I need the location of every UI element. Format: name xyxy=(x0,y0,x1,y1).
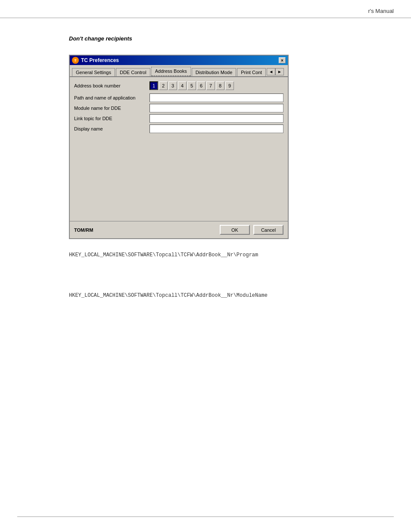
tab-distribution-mode[interactable]: Distribution Mode xyxy=(192,68,237,76)
tab-address-books[interactable]: Address Books xyxy=(151,67,191,76)
dialog-tabs: General Settings DDE Control Address Boo… xyxy=(70,65,288,77)
page-header-title: r's Manual xyxy=(368,8,394,14)
addr-book-row: Address book number 1 2 3 4 5 6 7 8 9 xyxy=(74,81,283,90)
field-label-link-topic: Link topic for DDE xyxy=(74,116,149,121)
tab-print-cont[interactable]: Print Cont xyxy=(237,68,266,76)
addr-book-num-8[interactable]: 8 xyxy=(216,81,224,90)
dialog-title: TC Preferences xyxy=(81,57,119,63)
content-area: Don't change recipients T TC Preferences xyxy=(0,18,411,324)
field-row-link-topic: Link topic for DDE xyxy=(74,114,283,123)
tc-preferences-dialog: T TC Preferences × General Settings DDE … xyxy=(69,55,289,239)
page: r's Manual Don't change recipients T xyxy=(0,0,411,532)
tab-dde-control[interactable]: DDE Control xyxy=(116,68,150,76)
addr-book-num-5[interactable]: 5 xyxy=(187,81,196,90)
registry-key-2: HKEY_LOCAL_MACHINE\SOFTWARE\Topcall\TCFW… xyxy=(69,292,377,299)
addr-book-num-2[interactable]: 2 xyxy=(159,81,168,90)
registry-key-1: HKEY_LOCAL_MACHINE\SOFTWARE\Topcall\TCFW… xyxy=(69,252,377,258)
dialog-titlebar: T TC Preferences × xyxy=(70,56,288,65)
tab-scroll-prev[interactable]: ◄ xyxy=(267,68,275,75)
spacer xyxy=(69,267,377,284)
page-footer xyxy=(17,516,394,519)
tab-scroll-next[interactable]: ► xyxy=(275,68,284,75)
field-label-path: Path and name of application xyxy=(74,95,149,100)
dialog-icon: T xyxy=(72,57,79,64)
footer-label: TOM/RM xyxy=(74,227,93,233)
field-row-module: Module name for DDE xyxy=(74,104,283,112)
dialog-body: Address book number 1 2 3 4 5 6 7 8 9 xyxy=(70,77,288,217)
close-button[interactable]: × xyxy=(279,57,286,63)
bold-italic-text: Don't change recipients xyxy=(69,35,377,42)
addr-book-num-7[interactable]: 7 xyxy=(206,81,215,90)
field-label-module: Module name for DDE xyxy=(74,106,149,111)
addr-book-num-9[interactable]: 9 xyxy=(225,81,234,90)
field-input-module[interactable] xyxy=(149,104,283,112)
addr-book-numbers: 1 2 3 4 5 6 7 8 9 xyxy=(149,81,234,90)
tab-general-settings[interactable]: General Settings xyxy=(72,68,115,76)
dialog-body-spacer xyxy=(74,135,283,212)
field-input-path[interactable] xyxy=(149,93,283,102)
cancel-button[interactable]: Cancel xyxy=(253,225,283,235)
field-row-display-name: Display name xyxy=(74,124,283,133)
dialog-footer: TOM/RM OK Cancel xyxy=(70,221,288,238)
addr-book-num-3[interactable]: 3 xyxy=(168,81,177,90)
field-label-display-name: Display name xyxy=(74,126,149,131)
addr-book-num-4[interactable]: 4 xyxy=(178,81,187,90)
field-input-display-name[interactable] xyxy=(149,124,283,133)
footer-buttons: OK Cancel xyxy=(220,225,283,235)
dialog-wrapper: T TC Preferences × General Settings DDE … xyxy=(69,55,377,239)
svg-text:T: T xyxy=(75,59,77,62)
page-header: r's Manual xyxy=(0,0,411,18)
ok-button[interactable]: OK xyxy=(220,225,250,235)
field-row-path: Path and name of application xyxy=(74,93,283,102)
addr-book-label: Address book number xyxy=(74,83,149,88)
field-input-link-topic[interactable] xyxy=(149,114,283,123)
dialog-titlebar-left: T TC Preferences xyxy=(72,57,119,64)
addr-book-num-1[interactable]: 1 xyxy=(149,81,158,90)
addr-book-num-6[interactable]: 6 xyxy=(197,81,206,90)
